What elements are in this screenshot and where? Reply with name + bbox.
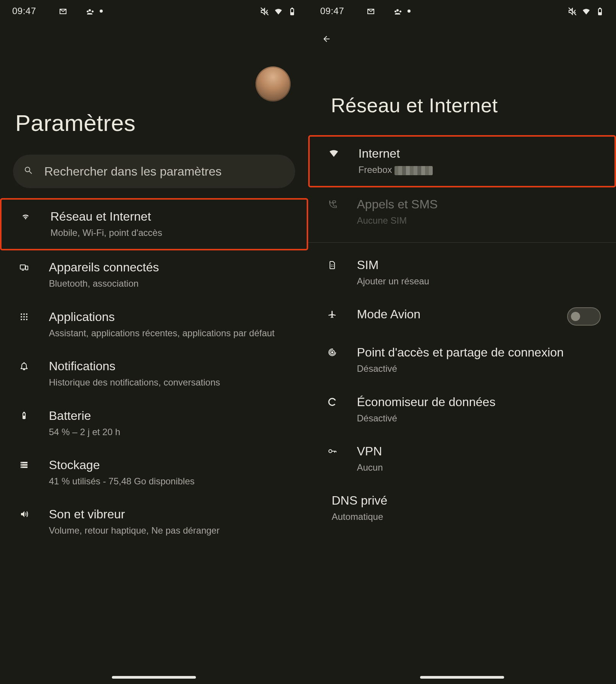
back-button[interactable] <box>308 21 616 52</box>
battery-status-icon <box>288 7 296 15</box>
settings-item-title: Réseau et Internet <box>50 210 291 224</box>
status-bar: 09:47 <box>0 0 308 21</box>
pinwheel-icon <box>380 7 388 15</box>
wifi-status-icon <box>582 7 590 15</box>
network-item-title: Point d'accès et partage de connexion <box>357 345 601 360</box>
network-item-title: SIM <box>357 258 601 272</box>
storage-icon <box>19 460 32 473</box>
network-item-airplane[interactable]: Mode Avion <box>308 297 616 336</box>
nav-handle[interactable] <box>112 676 196 679</box>
wifi-full-icon <box>329 149 342 162</box>
apps-icon <box>19 312 32 325</box>
gmail-icon <box>366 7 375 15</box>
settings-item-sub: Bluetooth, association <box>49 277 293 290</box>
search-placeholder: Rechercher dans les paramètres <box>44 165 222 179</box>
page-title: Paramètres <box>0 110 308 136</box>
network-item-vpn[interactable]: VPN Aucun <box>308 434 616 484</box>
network-item-calls-sms: Appels et SMS Aucune SIM <box>308 187 616 237</box>
profile-avatar[interactable] <box>255 66 291 102</box>
redacted-text <box>394 166 433 175</box>
data-saver-icon <box>328 397 341 410</box>
settings-item-sound[interactable]: Son et vibreur Volume, retour haptique, … <box>0 497 308 547</box>
settings-item-title: Appareils connectés <box>49 260 293 274</box>
hotspot-icon <box>328 348 341 361</box>
network-item-data-saver[interactable]: Économiseur de données Désactivé <box>308 385 616 434</box>
muted-icon <box>260 7 268 15</box>
network-internet-screen: 09:47 Réseau et Internet Internet Freebo… <box>308 0 616 684</box>
wifi-icon <box>21 212 34 225</box>
network-item-hotspot[interactable]: Point d'accès et partage de connexion Dé… <box>308 336 616 385</box>
sound-icon <box>19 510 32 523</box>
network-item-sub: Freebox <box>359 164 600 176</box>
network-item-title: VPN <box>357 444 601 458</box>
contacts-icon <box>394 7 402 15</box>
settings-screen: 09:47 Paramètres Rechercher dans les par… <box>0 0 308 684</box>
network-item-internet[interactable]: Internet Freebox <box>308 135 616 187</box>
divider <box>308 242 616 243</box>
phone-msg-icon <box>328 200 341 213</box>
network-item-title: DNS privé <box>332 494 601 508</box>
network-item-sub: Automatique <box>332 511 601 523</box>
network-item-sub: Aucun <box>357 461 601 474</box>
sim-icon <box>328 260 341 273</box>
status-bar: 09:47 <box>308 0 616 21</box>
settings-item-sub: 54 % – 2 j et 20 h <box>49 426 293 438</box>
gmail-icon <box>58 7 67 15</box>
settings-search[interactable]: Rechercher dans les paramètres <box>13 155 295 188</box>
network-item-sim[interactable]: SIM Ajouter un réseau <box>308 248 616 297</box>
network-item-sub: Désactivé <box>357 363 601 375</box>
battery-icon <box>19 411 32 424</box>
settings-item-storage[interactable]: Stockage 41 % utilisés - 75,48 Go dispon… <box>0 448 308 497</box>
page-title: Réseau et Internet <box>308 52 616 135</box>
settings-item-notifications[interactable]: Notifications Historique des notificatio… <box>0 349 308 398</box>
settings-item-title: Batterie <box>49 409 293 423</box>
pinwheel-icon <box>352 7 361 15</box>
airplane-toggle[interactable] <box>567 307 601 326</box>
contacts-icon <box>86 7 94 15</box>
search-icon <box>24 166 35 177</box>
pinwheel-icon <box>72 7 81 15</box>
network-item-title: Économiseur de données <box>357 395 601 409</box>
settings-item-sub: Mobile, Wi-Fi, point d'accès <box>50 227 291 239</box>
network-item-sub: Aucune SIM <box>357 215 601 227</box>
settings-item-title: Applications <box>49 310 293 324</box>
network-item-sub: Désactivé <box>357 412 601 424</box>
settings-item-network[interactable]: Réseau et Internet Mobile, Wi-Fi, point … <box>0 198 308 250</box>
settings-item-sub: Assistant, applications récentes, applic… <box>49 327 293 339</box>
wifi-status-icon <box>274 7 282 15</box>
back-icon <box>322 34 338 50</box>
settings-item-title: Son et vibreur <box>49 507 293 521</box>
settings-item-title: Notifications <box>49 359 293 373</box>
network-item-title: Mode Avion <box>357 307 552 321</box>
nav-handle[interactable] <box>420 676 504 679</box>
notification-dot <box>100 10 103 13</box>
devices-icon <box>19 263 32 276</box>
status-time: 09:47 <box>12 6 36 16</box>
status-time: 09:47 <box>320 6 344 16</box>
settings-item-title: Stockage <box>49 458 293 472</box>
settings-item-sub: Volume, retour haptique, Ne pas déranger <box>49 524 293 537</box>
bell-icon <box>19 361 32 374</box>
battery-status-icon <box>595 7 604 15</box>
muted-icon <box>568 7 576 15</box>
settings-item-applications[interactable]: Applications Assistant, applications réc… <box>0 300 308 349</box>
network-item-title: Appels et SMS <box>357 197 601 211</box>
pinwheel-icon <box>45 7 53 15</box>
settings-item-sub: Historique des notifications, conversati… <box>49 376 293 389</box>
network-item-title: Internet <box>359 147 600 161</box>
settings-item-sub: 41 % utilisés - 75,48 Go disponibles <box>49 475 293 487</box>
settings-item-battery[interactable]: Batterie 54 % – 2 j et 20 h <box>0 399 308 448</box>
network-item-dns[interactable]: DNS privé Automatique <box>308 484 616 533</box>
network-item-sub: Ajouter un réseau <box>357 275 601 287</box>
key-icon <box>328 447 341 460</box>
notification-dot <box>407 10 411 13</box>
airplane-icon <box>328 310 341 323</box>
settings-item-connected-devices[interactable]: Appareils connectés Bluetooth, associati… <box>0 250 308 300</box>
